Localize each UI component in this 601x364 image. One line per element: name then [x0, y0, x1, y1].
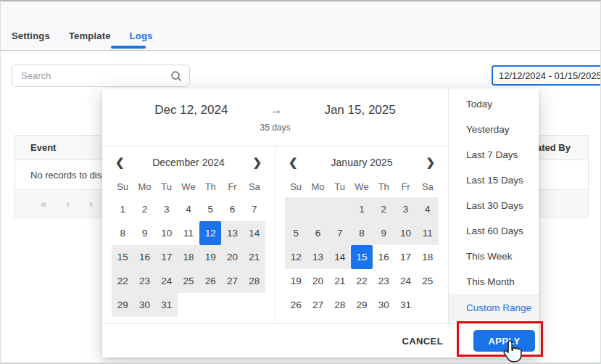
day-cell[interactable]: 14 — [329, 245, 351, 269]
day-cell[interactable]: 10 — [394, 221, 416, 245]
day-cell[interactable]: 7 — [329, 221, 351, 245]
day-cell[interactable]: 14 — [244, 221, 265, 245]
day-cell[interactable]: 27 — [221, 269, 243, 293]
day-cell[interactable]: 8 — [351, 221, 373, 245]
day-cell[interactable]: 18 — [417, 245, 439, 269]
day-cell[interactable]: 28 — [244, 269, 265, 293]
day-cell[interactable]: 19 — [285, 269, 307, 293]
pagination-icon-2[interactable]: › — [89, 197, 93, 210]
preset-this-week[interactable]: This Week — [449, 244, 539, 269]
preset-last-60-days[interactable]: Last 60 Days — [449, 218, 539, 244]
active-tab-underline — [111, 46, 146, 49]
day-cell[interactable]: 10 — [156, 221, 178, 245]
day-cell[interactable]: 9 — [373, 221, 394, 245]
day-cell[interactable]: 17 — [156, 245, 178, 269]
day-cell-selected[interactable]: 15 — [351, 245, 373, 269]
day-cell[interactable]: 2 — [133, 197, 155, 221]
day-cell[interactable]: 27 — [307, 293, 328, 317]
column-header-event: Event — [15, 142, 56, 153]
range-summary: Dec 12, 2024 → Jan 15, 2025 35 days — [102, 88, 448, 146]
day-cell[interactable]: 7 — [244, 197, 265, 221]
tab-template[interactable]: Template — [69, 30, 111, 41]
day-cell[interactable]: 30 — [373, 293, 394, 317]
day-cell[interactable]: 5 — [199, 197, 221, 221]
day-cell[interactable]: 24 — [156, 269, 178, 293]
day-cell[interactable]: 8 — [112, 221, 133, 245]
day-cell[interactable]: 4 — [417, 197, 439, 221]
day-cell — [329, 197, 351, 221]
day-cell[interactable]: 29 — [112, 293, 133, 317]
preset-this-month[interactable]: This Month — [449, 269, 539, 294]
day-cell[interactable]: 31 — [394, 293, 416, 317]
month-label: December 2024 — [152, 157, 225, 168]
day-cell[interactable]: 20 — [221, 245, 243, 269]
search-icon[interactable] — [170, 70, 182, 82]
day-cell[interactable]: 23 — [373, 269, 394, 293]
day-cell[interactable]: 9 — [133, 221, 155, 245]
day-cell[interactable]: 3 — [156, 197, 178, 221]
day-cell[interactable]: 11 — [417, 221, 439, 245]
day-cell[interactable]: 3 — [394, 197, 416, 221]
day-cell[interactable]: 13 — [221, 221, 243, 245]
weekday-label: Fr — [221, 177, 243, 197]
prev-month-icon[interactable]: ❮ — [115, 156, 125, 169]
day-cell[interactable]: 21 — [244, 245, 265, 269]
next-month-icon[interactable]: ❯ — [252, 156, 262, 169]
preset-last-7-days[interactable]: Last 7 Days — [449, 142, 539, 167]
day-cell[interactable]: 22 — [112, 269, 133, 293]
preset-yesterday[interactable]: Yesterday — [449, 117, 539, 142]
popup-footer: CANCEL APPLY — [102, 323, 539, 357]
next-month-icon[interactable]: ❯ — [426, 156, 435, 169]
preset-last-15-days[interactable]: Last 15 Days — [449, 167, 539, 193]
day-cell[interactable]: 6 — [307, 221, 328, 245]
day-cell-selected[interactable]: 12 — [199, 221, 221, 245]
day-cell[interactable]: 2 — [373, 197, 394, 221]
weekday-label: Su — [112, 177, 133, 197]
pagination-icon-0[interactable]: « — [41, 197, 46, 210]
weekday-label: We — [178, 177, 199, 197]
day-cell[interactable]: 16 — [373, 245, 394, 269]
day-cell[interactable]: 22 — [351, 269, 373, 293]
date-range-input[interactable]: 12/12/2024 - 01/15/2025 — [492, 65, 601, 86]
day-cell[interactable]: 17 — [394, 245, 416, 269]
day-cell[interactable]: 29 — [351, 293, 373, 317]
search-box[interactable] — [12, 65, 190, 87]
day-cell[interactable]: 11 — [178, 221, 199, 245]
day-cell[interactable]: 26 — [285, 293, 307, 317]
day-cell[interactable]: 20 — [307, 269, 328, 293]
day-cell[interactable]: 19 — [199, 245, 221, 269]
day-cell[interactable]: 30 — [133, 293, 155, 317]
weekday-label: Sa — [417, 177, 439, 197]
day-cell[interactable]: 13 — [307, 245, 328, 269]
day-cell[interactable]: 1 — [112, 197, 133, 221]
preset-today[interactable]: Today — [449, 91, 539, 117]
day-cell[interactable]: 1 — [351, 197, 373, 221]
day-cell[interactable]: 28 — [329, 293, 351, 317]
apply-button[interactable]: APPLY — [473, 330, 535, 352]
day-cell[interactable]: 24 — [394, 269, 416, 293]
prev-month-icon[interactable]: ❮ — [289, 156, 298, 169]
day-cell[interactable]: 15 — [112, 245, 133, 269]
day-cell[interactable]: 31 — [156, 293, 178, 317]
cancel-button[interactable]: CANCEL — [402, 336, 443, 347]
day-cell[interactable]: 26 — [199, 269, 221, 293]
preset-last-30-days[interactable]: Last 30 Days — [449, 193, 539, 218]
day-cell[interactable]: 4 — [178, 197, 199, 221]
tab-settings[interactable]: Settings — [12, 30, 50, 41]
search-input[interactable] — [21, 70, 170, 81]
day-cell[interactable]: 16 — [133, 245, 155, 269]
weekday-label: Sa — [244, 177, 265, 197]
day-cell[interactable]: 5 — [285, 221, 307, 245]
preset-custom-range[interactable]: Custom Range — [449, 294, 539, 320]
range-start-label: Dec 12, 2024 — [154, 103, 228, 117]
tab-logs[interactable]: Logs — [130, 30, 153, 41]
day-cell — [178, 293, 199, 317]
day-cell[interactable]: 21 — [329, 269, 351, 293]
day-cell[interactable]: 25 — [178, 269, 199, 293]
day-cell[interactable]: 25 — [417, 269, 439, 293]
day-cell[interactable]: 6 — [221, 197, 243, 221]
day-cell[interactable]: 12 — [285, 245, 307, 269]
day-cell[interactable]: 18 — [178, 245, 199, 269]
day-cell[interactable]: 23 — [133, 269, 155, 293]
pagination-icon-1[interactable]: ‹ — [66, 197, 70, 210]
